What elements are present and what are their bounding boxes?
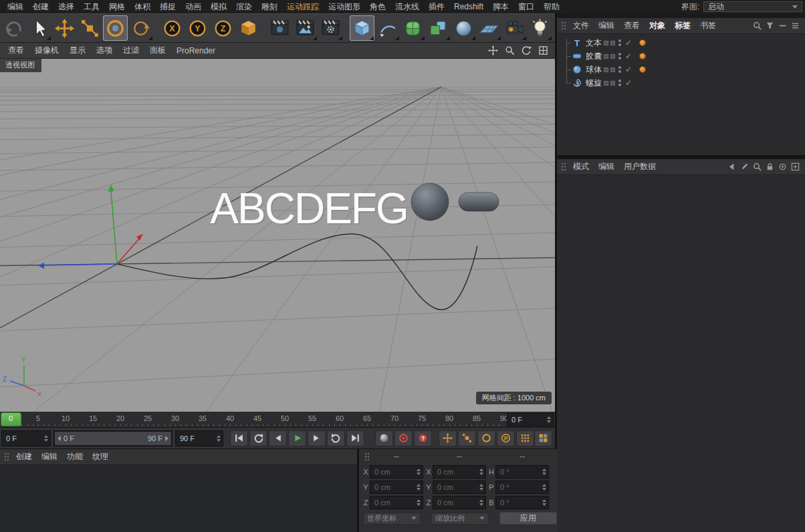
size-x-field[interactable]: 0 cm — [433, 465, 486, 479]
phong-tag-icon[interactable] — [639, 39, 646, 46]
viewport-menu-filter[interactable]: 过滤 — [118, 45, 144, 56]
spinner-arrows-icon[interactable] — [540, 469, 546, 475]
enabled-check-icon[interactable]: ✓ — [624, 78, 632, 88]
layer-square[interactable] — [604, 81, 608, 86]
target-icon[interactable] — [778, 162, 787, 171]
visibility-dots[interactable] — [618, 39, 621, 46]
viewport-menu-cameras[interactable]: 摄像机 — [29, 45, 64, 56]
viewport-pan-button[interactable] — [485, 45, 500, 57]
preview-range-bar[interactable]: 0 F 90 F — [55, 432, 171, 445]
capsule-object[interactable] — [459, 192, 499, 211]
am-menu-mode[interactable]: 模式 — [568, 161, 594, 172]
primitive-cube-button[interactable] — [350, 15, 374, 41]
layer-square[interactable] — [610, 68, 615, 72]
make-preview-button[interactable] — [375, 430, 393, 446]
viewport-rotate-button[interactable] — [519, 45, 534, 57]
history-back-icon[interactable] — [727, 162, 736, 171]
record-rotation-button[interactable] — [477, 430, 495, 446]
play-reverse-button[interactable] — [249, 430, 267, 446]
om-menu-view[interactable]: 查看 — [619, 20, 645, 31]
panel-drag-handle-icon[interactable] — [4, 452, 9, 461]
record-scale-button[interactable] — [458, 430, 476, 446]
render-picture-viewer-button[interactable] — [293, 15, 318, 41]
step-forward-button[interactable] — [308, 430, 326, 446]
object-name[interactable]: 球体 — [586, 64, 602, 76]
am-menu-edit[interactable]: 编辑 — [594, 161, 619, 172]
interface-dropdown[interactable]: 启动 — [703, 1, 802, 12]
minimize-icon[interactable] — [778, 21, 787, 30]
material-menu-texture[interactable]: 纹理 — [88, 451, 113, 462]
spinner-arrows-icon[interactable] — [477, 499, 483, 506]
pen-edit-icon[interactable] — [740, 162, 749, 171]
spinner-arrows-icon[interactable] — [214, 435, 221, 442]
spinner-arrows-icon[interactable] — [41, 435, 48, 442]
viewport-canvas[interactable]: ABCDEFG ABCDEFG — [0, 59, 555, 412]
apply-button[interactable]: 应用 — [499, 512, 557, 525]
range-left-handle-icon[interactable] — [58, 436, 61, 441]
menu-item-render[interactable]: 渲染 — [231, 1, 257, 13]
material-menu-create[interactable]: 创建 — [11, 451, 37, 462]
record-position-button[interactable] — [439, 430, 457, 446]
visibility-dots[interactable] — [618, 66, 621, 73]
size-y-field[interactable]: 0 cm — [433, 481, 486, 494]
enabled-check-icon[interactable]: ✓ — [624, 65, 632, 74]
panel-drag-handle-icon[interactable] — [561, 162, 566, 171]
lock-z-axis-button[interactable]: Z — [211, 15, 235, 41]
menu-item-motion-tracker[interactable]: 运动跟踪 — [282, 1, 324, 13]
range-right-handle-icon[interactable] — [165, 436, 168, 441]
goto-start-button[interactable] — [230, 430, 248, 446]
spinner-arrows-icon[interactable] — [414, 499, 421, 506]
material-menu-function[interactable]: 功能 — [62, 451, 88, 462]
om-menu-bookmarks[interactable]: 书签 — [695, 20, 721, 31]
coordinate-system-button[interactable] — [236, 15, 261, 41]
menu-item-script[interactable]: 脚本 — [488, 1, 513, 13]
coordinate-system-dropdown[interactable]: 世界坐标 — [363, 513, 421, 525]
material-menu-edit[interactable]: 编辑 — [37, 451, 62, 462]
menu-item-redshift[interactable]: Redshift — [449, 1, 488, 12]
lock-x-axis-button[interactable]: X — [160, 15, 185, 41]
object-row-capsule[interactable]: 胶囊 ✓ — [557, 49, 805, 63]
record-keyframe-button[interactable] — [394, 430, 413, 446]
menu-item-mograph[interactable]: 运动图形 — [324, 1, 365, 13]
position-y-field[interactable]: 0 cm — [370, 481, 423, 494]
spinner-arrows-icon[interactable] — [477, 469, 483, 475]
menu-item-select[interactable]: 选择 — [53, 1, 79, 13]
viewport-menu-options[interactable]: 选项 — [91, 45, 118, 56]
subdivision-surface-button[interactable] — [400, 15, 425, 41]
spinner-arrows-icon[interactable] — [540, 484, 546, 491]
undo-button[interactable] — [1, 15, 26, 41]
position-z-field[interactable]: 0 cm — [370, 496, 423, 509]
menu-item-plugins[interactable]: 插件 — [424, 1, 449, 13]
menu-item-edit[interactable]: 编辑 — [3, 1, 28, 13]
timeline-ruler[interactable]: 0 5 10 15 20 25 30 35 40 45 50 55 60 65 … — [0, 412, 555, 428]
axis-gizmo-z-arrow[interactable] — [38, 263, 44, 269]
scale-mode-dropdown[interactable]: 缩放比例 — [431, 513, 489, 525]
om-menu-tags[interactable]: 标签 — [670, 20, 695, 31]
text-object[interactable]: ABCDEFG — [210, 184, 407, 233]
enabled-check-icon[interactable]: ✓ — [624, 38, 632, 47]
axis-gizmo-y-arrow[interactable] — [108, 184, 114, 192]
enabled-check-icon[interactable]: ✓ — [624, 51, 632, 61]
rotation-p-field[interactable]: 0 ° — [495, 481, 549, 494]
camera-button[interactable] — [502, 15, 527, 41]
spinner-arrows-icon[interactable] — [414, 469, 421, 475]
object-row-helix[interactable]: 螺旋 ✓ — [557, 76, 805, 90]
layer-square[interactable] — [610, 81, 615, 86]
step-back-button[interactable] — [269, 430, 287, 446]
floor-environment-button[interactable] — [477, 15, 501, 41]
spline-pen-button[interactable] — [375, 15, 400, 41]
panel-drag-handle-icon[interactable] — [364, 452, 370, 461]
play-loop-button[interactable] — [327, 430, 345, 446]
viewport-view-label[interactable]: 透视视图 — [0, 59, 41, 72]
render-settings-button[interactable] — [318, 15, 343, 41]
phong-tag-icon[interactable] — [639, 66, 646, 73]
panel-drag-handle-icon[interactable] — [561, 21, 566, 30]
menu-item-help[interactable]: 帮助 — [539, 1, 564, 13]
range-start-field[interactable]: 0 F — [1, 430, 51, 446]
am-menu-userdata[interactable]: 用户数据 — [619, 161, 661, 172]
preview-range-slider[interactable]: 0 F 90 F — [53, 430, 172, 446]
layer-square[interactable] — [610, 54, 615, 59]
lock-y-axis-button[interactable]: Y — [185, 15, 210, 41]
move-tool-button[interactable] — [52, 15, 77, 41]
attribute-content-area[interactable] — [557, 175, 805, 532]
